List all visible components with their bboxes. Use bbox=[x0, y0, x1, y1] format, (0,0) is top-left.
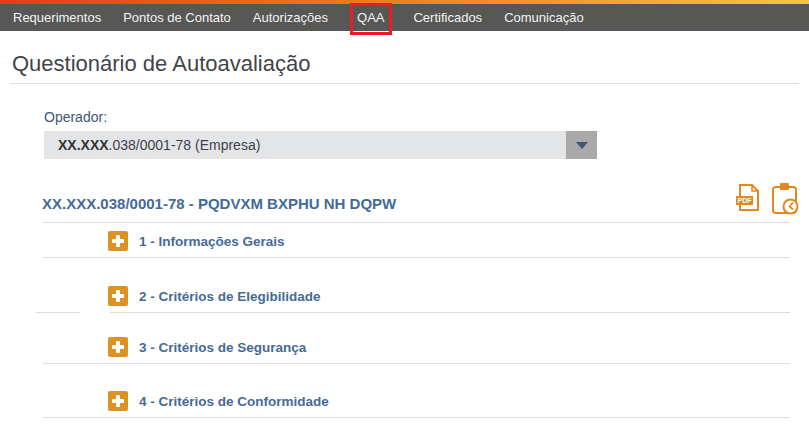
section-row-2: 2 - Critérios de Elegibilidade bbox=[43, 258, 790, 312]
section-label[interactable]: 4 - Critérios de Conformidade bbox=[139, 394, 329, 409]
questionnaire-toolbar: PDF bbox=[733, 181, 803, 215]
questionnaire-header: XX.XXX.038/0001-78 - PQDVXM BXPHU NH DQP… bbox=[42, 194, 396, 214]
nav-item-certificados[interactable]: Certificados bbox=[402, 4, 493, 31]
operator-select-caret-button[interactable] bbox=[566, 131, 597, 159]
page-title: Questionário de Autoavaliação bbox=[12, 52, 310, 76]
operator-cnpj-prefix: XX.XXX bbox=[58, 137, 109, 153]
section-3-toggle[interactable]: 3 - Critérios de Segurança bbox=[108, 337, 306, 357]
clipboard-history-icon bbox=[769, 181, 802, 217]
nav-item-requerimentos[interactable]: Requerimentos bbox=[2, 4, 112, 31]
pdf-icon: PDF bbox=[733, 181, 764, 214]
section-2-toggle[interactable]: 2 - Critérios de Elegibilidade bbox=[108, 286, 321, 306]
operator-cnpj-rest: .038/0001-78 (Empresa) bbox=[109, 137, 261, 153]
operator-label: Operador: bbox=[44, 109, 107, 125]
nav-item-qaa-label: QAA bbox=[357, 10, 384, 25]
expand-plus-icon[interactable] bbox=[108, 337, 128, 357]
section-row-4: 4 - Critérios de Conformidade bbox=[43, 364, 790, 418]
expand-plus-icon[interactable] bbox=[108, 231, 128, 251]
history-button[interactable] bbox=[769, 181, 802, 215]
svg-text:PDF: PDF bbox=[738, 197, 753, 204]
section-row-3: 3 - Critérios de Segurança bbox=[43, 312, 790, 364]
export-pdf-button[interactable]: PDF bbox=[733, 181, 764, 215]
nav-item-autorizacoes[interactable]: Autorizações bbox=[242, 4, 339, 31]
chevron-down-icon bbox=[576, 142, 588, 149]
section-label[interactable]: 3 - Critérios de Segurança bbox=[139, 340, 306, 355]
operator-selected-value: XX.XXX.038/0001-78 (Empresa) bbox=[44, 137, 260, 153]
main-nav: Requerimentos Pontos de Contato Autoriza… bbox=[0, 4, 809, 31]
section-4-toggle[interactable]: 4 - Critérios de Conformidade bbox=[108, 391, 329, 411]
section-row-1: 1 - Informações Gerais bbox=[43, 223, 790, 258]
section-label[interactable]: 2 - Critérios de Elegibilidade bbox=[139, 289, 321, 304]
expand-plus-icon[interactable] bbox=[108, 286, 128, 306]
operator-select[interactable]: XX.XXX.038/0001-78 (Empresa) bbox=[44, 131, 597, 159]
section-label[interactable]: 1 - Informações Gerais bbox=[139, 234, 285, 249]
nav-item-comunicacao[interactable]: Comunicação bbox=[493, 4, 595, 31]
title-divider bbox=[10, 83, 799, 84]
nav-item-pontos-de-contato[interactable]: Pontos de Contato bbox=[112, 4, 242, 31]
section-1-toggle[interactable]: 1 - Informações Gerais bbox=[108, 231, 285, 251]
sections-list: 1 - Informações Gerais 2 - Critérios de … bbox=[43, 222, 790, 418]
expand-plus-icon[interactable] bbox=[108, 391, 128, 411]
nav-item-qaa[interactable]: QAA bbox=[346, 4, 395, 31]
